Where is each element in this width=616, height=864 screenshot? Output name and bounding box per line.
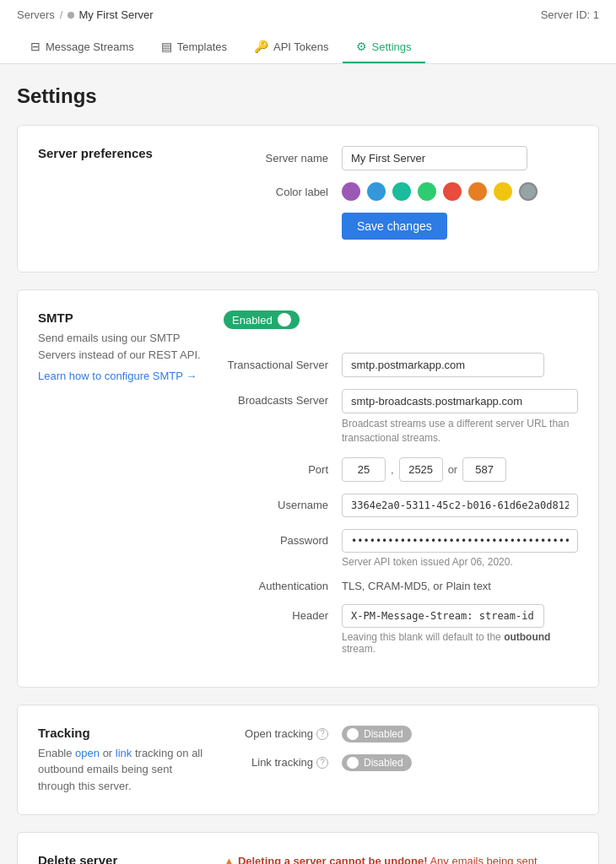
port-input-25[interactable] [342, 457, 386, 482]
color-swatches [342, 182, 538, 201]
color-swatch-red[interactable] [443, 182, 462, 201]
broadcasts-server-input[interactable] [342, 389, 578, 413]
delete-warning: ▲Deleting a server cannot be undone! Any… [224, 853, 544, 864]
color-swatch-green[interactable] [418, 182, 436, 201]
port-input-2525[interactable] [399, 457, 443, 482]
broadcasts-server-row: Broadcasts Server Broadcast streams use … [224, 389, 578, 446]
username-label: Username [224, 499, 342, 511]
password-row: Password Server API token issued Apr 06,… [224, 529, 578, 568]
tab-settings[interactable]: ⚙ Settings [343, 31, 425, 63]
tab-api-tokens[interactable]: 🔑 API Tokens [240, 31, 343, 63]
server-name-label: Server name [224, 152, 342, 165]
api-tokens-icon: 🔑 [254, 40, 268, 53]
header-label: Header [224, 604, 342, 622]
breadcrumb-servers-link[interactable]: Servers [17, 8, 55, 21]
save-changes-button[interactable]: Save changes [342, 213, 447, 240]
username-input[interactable] [342, 494, 578, 517]
port-sep-1: , [391, 463, 394, 476]
smtp-card: SMTP Send emails using our SMTP Servers … [17, 289, 599, 688]
color-swatch-purple[interactable] [342, 182, 360, 201]
password-note: Server API token issued Apr 06, 2020. [342, 556, 578, 568]
message-streams-icon: ⊟ [30, 40, 41, 53]
smtp-desc: Send emails using our SMTP Servers inste… [38, 330, 207, 363]
broadcasts-note: Broadcast streams use a different server… [342, 417, 578, 446]
transactional-server-row: Transactional Server [224, 353, 578, 377]
header-note: Leaving this blank will default to the o… [342, 631, 578, 655]
breadcrumb-current: My First Server [68, 8, 153, 21]
tracking-card: Tracking Enable open or link tracking on… [17, 705, 599, 816]
password-label: Password [224, 529, 342, 547]
open-tracking-help-icon[interactable]: ? [316, 728, 328, 740]
authentication-label: Authentication [224, 580, 342, 592]
port-inputs: , or [342, 457, 506, 482]
breadcrumb-separator: / [60, 8, 63, 21]
server-id-label: Server ID: 1 [541, 8, 599, 28]
tab-message-streams[interactable]: ⊟ Message Streams [17, 31, 148, 63]
port-row: Port , or [224, 457, 578, 482]
delete-server-card: Delete server ▲Deleting a server cannot … [17, 832, 599, 864]
server-name-input[interactable] [342, 146, 527, 170]
save-row: Save changes [224, 213, 578, 240]
smtp-title: SMTP [38, 310, 207, 325]
open-tracking-link[interactable]: open [75, 747, 100, 759]
open-tracking-label: Open tracking ? [224, 727, 342, 740]
color-label: Color label [224, 186, 342, 198]
port-input-587[interactable] [462, 457, 506, 482]
port-sep-2: or [448, 463, 458, 476]
smtp-enabled-badge[interactable]: Enabled [224, 310, 300, 329]
templates-icon: ▤ [161, 40, 172, 53]
color-swatch-gray[interactable] [519, 182, 538, 201]
server-status-dot [68, 12, 74, 19]
open-tracking-toggle[interactable]: Disabled [342, 726, 412, 742]
username-row: Username [224, 494, 578, 517]
transactional-server-input[interactable] [342, 353, 544, 377]
smtp-toggle-circle [278, 313, 291, 327]
header-input[interactable] [342, 604, 544, 628]
nav-tabs: ⊟ Message Streams ▤ Templates 🔑 API Toke… [17, 31, 599, 63]
port-label: Port [224, 463, 342, 476]
transactional-label: Transactional Server [224, 359, 342, 371]
warning-icon: ▲ [224, 855, 235, 864]
open-tracking-row: Open tracking ? Disabled [224, 726, 578, 742]
password-input[interactable] [342, 529, 578, 553]
server-preferences-title: Server preferences [38, 146, 207, 160]
link-tracking-link[interactable]: link [116, 747, 132, 759]
authentication-row: Authentication TLS, CRAM-MD5, or Plain t… [224, 580, 578, 592]
broadcasts-label: Broadcasts Server [224, 389, 342, 407]
color-swatch-blue[interactable] [367, 182, 386, 201]
link-tracking-label: Link tracking ? [224, 756, 342, 769]
link-tracking-toggle-circle [347, 757, 359, 769]
server-preferences-card: Server preferences Server name Color lab… [17, 125, 599, 273]
color-swatch-yellow[interactable] [494, 182, 512, 201]
smtp-learn-link[interactable]: Learn how to configure SMTP → [38, 370, 197, 382]
tracking-title: Tracking [38, 726, 207, 740]
color-swatch-orange[interactable] [468, 182, 487, 201]
open-tracking-toggle-circle [347, 728, 359, 740]
server-name-row: Server name [224, 146, 578, 170]
delete-server-title: Delete server [38, 853, 207, 864]
breadcrumb: Servers / My First Server [17, 8, 154, 28]
page-title: Settings [17, 84, 599, 108]
link-tracking-row: Link tracking ? Disabled [224, 754, 578, 771]
link-tracking-help-icon[interactable]: ? [316, 757, 328, 769]
tab-templates[interactable]: ▤ Templates [148, 31, 240, 63]
header-row: Header Leaving this blank will default t… [224, 604, 578, 655]
color-swatch-cyan[interactable] [392, 182, 411, 201]
authentication-value: TLS, CRAM-MD5, or Plain text [342, 580, 491, 592]
color-label-row: Color label [224, 182, 578, 201]
link-tracking-toggle[interactable]: Disabled [342, 754, 412, 771]
tracking-desc: Enable open or link tracking on all outb… [38, 745, 207, 795]
settings-icon: ⚙ [356, 40, 367, 53]
